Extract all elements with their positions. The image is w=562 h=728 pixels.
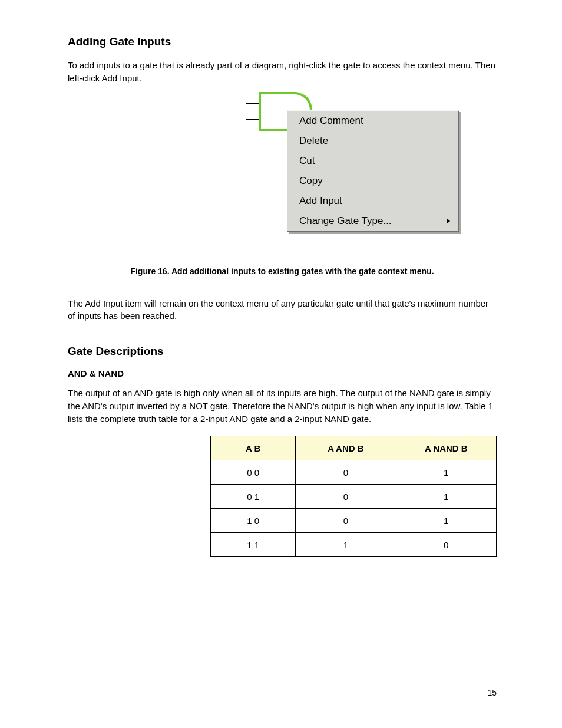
submenu-arrow-icon — [447, 218, 450, 224]
table-cell: 1 1 — [211, 533, 296, 557]
menu-item-label: Copy — [299, 175, 323, 186]
menu-item-label: Cut — [299, 155, 315, 166]
menu-item-add-input[interactable]: Add Input — [287, 191, 458, 211]
table-header-ab: A B — [211, 436, 296, 460]
table-row: 0 0 0 1 — [211, 460, 497, 485]
menu-item-label: Change Gate Type... — [299, 215, 392, 226]
section-heading-adding-inputs: Adding Gate Inputs — [68, 35, 497, 48]
truth-table: A B A AND B A NAND B 0 0 0 1 0 1 0 1 1 0… — [210, 436, 497, 557]
subsection-heading-and-nand: AND & NAND — [68, 368, 497, 378]
table-row: 1 1 1 0 — [211, 533, 497, 557]
table-header-and: A AND B — [296, 436, 396, 460]
table-header-nand: A NAND B — [396, 436, 496, 460]
table-row: 0 1 0 1 — [211, 485, 497, 509]
table-cell: 0 0 — [211, 460, 296, 485]
menu-item-cut[interactable]: Cut — [287, 151, 458, 171]
table-cell: 1 — [396, 485, 496, 509]
table-cell: 1 — [296, 533, 396, 557]
footer-page-number: 15 — [487, 688, 497, 697]
table-cell: 0 — [296, 509, 396, 533]
figure-caption: Figure 16. Add additional inputs to exis… — [68, 266, 497, 276]
menu-item-copy[interactable]: Copy — [287, 171, 458, 191]
section-heading-gate-descriptions: Gate Descriptions — [68, 345, 497, 358]
menu-item-label: Add Comment — [299, 115, 363, 126]
table-cell: 1 0 — [211, 509, 296, 533]
footer-divider — [68, 676, 497, 676]
table-cell: 0 — [296, 485, 396, 509]
table-cell: 1 — [396, 509, 496, 533]
body-paragraph-note: The Add Input item will remain on the co… — [68, 297, 497, 323]
figure-context-menu: Add Comment Delete Cut Copy Add Input Ch… — [259, 92, 542, 245]
gate-context-menu: Add Comment Delete Cut Copy Add Input Ch… — [287, 110, 459, 232]
table-cell: 1 — [396, 460, 496, 485]
table-cell: 0 — [296, 460, 396, 485]
menu-item-label: Delete — [299, 135, 328, 146]
menu-item-change-gate-type[interactable]: Change Gate Type... — [287, 211, 458, 231]
menu-item-add-comment[interactable]: Add Comment — [287, 111, 458, 131]
table-cell: 0 — [396, 533, 496, 557]
menu-item-label: Add Input — [299, 195, 342, 206]
table-cell: 0 1 — [211, 485, 296, 509]
table-header-row: A B A AND B A NAND B — [211, 436, 497, 460]
body-paragraph-instructions: To add inputs to a gate that is already … — [68, 59, 497, 85]
body-paragraph-gate-desc: The output of an AND gate is high only w… — [68, 387, 497, 425]
menu-item-delete[interactable]: Delete — [287, 131, 458, 151]
table-row: 1 0 0 1 — [211, 509, 497, 533]
